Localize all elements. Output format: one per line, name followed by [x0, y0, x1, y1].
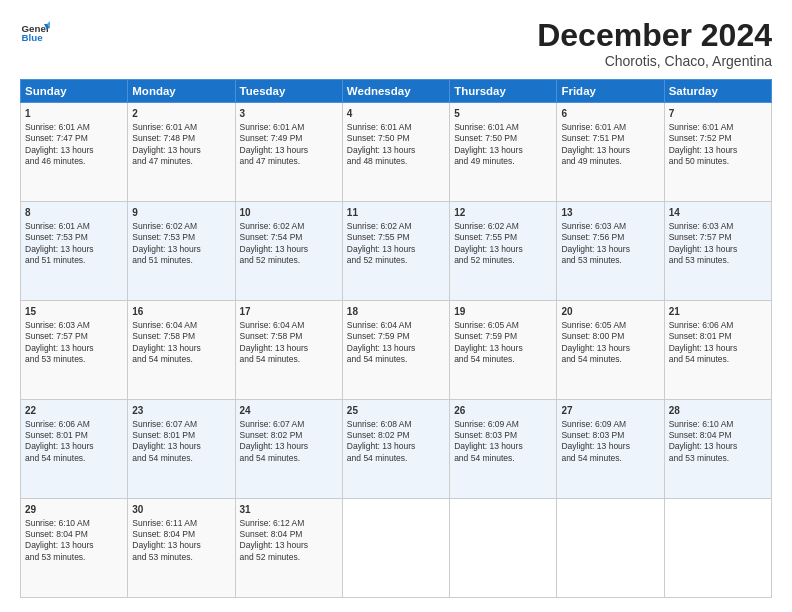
calendar-cell: 12Sunrise: 6:02 AMSunset: 7:55 PMDayligh…: [450, 202, 557, 301]
day-number: 27: [561, 404, 659, 418]
calendar-cell: [450, 499, 557, 598]
day-info-line: Daylight: 13 hours: [454, 441, 552, 452]
day-info-line: Sunrise: 6:01 AM: [25, 122, 123, 133]
day-info-line: Sunrise: 6:03 AM: [25, 320, 123, 331]
day-info-line: Daylight: 13 hours: [561, 145, 659, 156]
day-info-line: Sunset: 8:03 PM: [561, 430, 659, 441]
day-info-line: Daylight: 13 hours: [25, 343, 123, 354]
calendar-week-3: 15Sunrise: 6:03 AMSunset: 7:57 PMDayligh…: [21, 301, 772, 400]
calendar-cell: 16Sunrise: 6:04 AMSunset: 7:58 PMDayligh…: [128, 301, 235, 400]
calendar-cell: 31Sunrise: 6:12 AMSunset: 8:04 PMDayligh…: [235, 499, 342, 598]
weekday-monday: Monday: [128, 80, 235, 103]
day-number: 18: [347, 305, 445, 319]
day-info-line: Daylight: 13 hours: [454, 244, 552, 255]
day-number: 23: [132, 404, 230, 418]
svg-text:Blue: Blue: [22, 32, 44, 43]
calendar-cell: 13Sunrise: 6:03 AMSunset: 7:56 PMDayligh…: [557, 202, 664, 301]
day-info-line: Daylight: 13 hours: [347, 244, 445, 255]
day-number: 11: [347, 206, 445, 220]
day-info-line: Sunrise: 6:06 AM: [669, 320, 767, 331]
day-info-line: and 53 minutes.: [25, 552, 123, 563]
weekday-tuesday: Tuesday: [235, 80, 342, 103]
calendar-week-1: 1Sunrise: 6:01 AMSunset: 7:47 PMDaylight…: [21, 103, 772, 202]
day-info-line: Daylight: 13 hours: [240, 441, 338, 452]
day-info-line: Sunrise: 6:01 AM: [347, 122, 445, 133]
weekday-wednesday: Wednesday: [342, 80, 449, 103]
day-number: 31: [240, 503, 338, 517]
day-info-line: Sunset: 8:01 PM: [669, 331, 767, 342]
calendar-week-2: 8Sunrise: 6:01 AMSunset: 7:53 PMDaylight…: [21, 202, 772, 301]
day-info-line: and 47 minutes.: [132, 156, 230, 167]
day-info-line: Sunrise: 6:01 AM: [25, 221, 123, 232]
day-info-line: Daylight: 13 hours: [132, 441, 230, 452]
calendar-cell: 28Sunrise: 6:10 AMSunset: 8:04 PMDayligh…: [664, 400, 771, 499]
day-info-line: Sunset: 7:59 PM: [454, 331, 552, 342]
day-info-line: and 54 minutes.: [25, 453, 123, 464]
day-info-line: and 51 minutes.: [132, 255, 230, 266]
calendar-cell: 23Sunrise: 6:07 AMSunset: 8:01 PMDayligh…: [128, 400, 235, 499]
day-number: 19: [454, 305, 552, 319]
day-info-line: Sunset: 7:50 PM: [454, 133, 552, 144]
calendar-week-4: 22Sunrise: 6:06 AMSunset: 8:01 PMDayligh…: [21, 400, 772, 499]
day-info-line: Daylight: 13 hours: [132, 244, 230, 255]
day-info-line: Daylight: 13 hours: [561, 343, 659, 354]
calendar-cell: 25Sunrise: 6:08 AMSunset: 8:02 PMDayligh…: [342, 400, 449, 499]
day-info-line: Sunrise: 6:01 AM: [561, 122, 659, 133]
calendar-cell: 27Sunrise: 6:09 AMSunset: 8:03 PMDayligh…: [557, 400, 664, 499]
day-info-line: Sunset: 7:57 PM: [25, 331, 123, 342]
calendar-cell: [342, 499, 449, 598]
calendar-cell: 11Sunrise: 6:02 AMSunset: 7:55 PMDayligh…: [342, 202, 449, 301]
day-number: 26: [454, 404, 552, 418]
day-info-line: Daylight: 13 hours: [240, 145, 338, 156]
day-info-line: Sunset: 7:57 PM: [669, 232, 767, 243]
day-info-line: and 54 minutes.: [132, 354, 230, 365]
day-info-line: Daylight: 13 hours: [454, 343, 552, 354]
day-info-line: and 51 minutes.: [25, 255, 123, 266]
day-info-line: Sunrise: 6:09 AM: [561, 419, 659, 430]
weekday-thursday: Thursday: [450, 80, 557, 103]
day-number: 30: [132, 503, 230, 517]
day-info-line: and 53 minutes.: [25, 354, 123, 365]
day-info-line: and 49 minutes.: [454, 156, 552, 167]
day-number: 2: [132, 107, 230, 121]
day-info-line: Daylight: 13 hours: [669, 441, 767, 452]
day-info-line: and 54 minutes.: [240, 453, 338, 464]
day-info-line: Sunset: 7:53 PM: [25, 232, 123, 243]
day-info-line: Daylight: 13 hours: [132, 145, 230, 156]
day-info-line: Sunset: 8:00 PM: [561, 331, 659, 342]
day-info-line: Sunrise: 6:01 AM: [132, 122, 230, 133]
day-info-line: and 52 minutes.: [454, 255, 552, 266]
calendar-cell: [664, 499, 771, 598]
day-info-line: and 54 minutes.: [669, 354, 767, 365]
day-info-line: Daylight: 13 hours: [347, 343, 445, 354]
day-info-line: and 53 minutes.: [669, 255, 767, 266]
day-number: 22: [25, 404, 123, 418]
day-info-line: Daylight: 13 hours: [669, 343, 767, 354]
day-info-line: Sunrise: 6:02 AM: [347, 221, 445, 232]
day-info-line: Sunrise: 6:08 AM: [347, 419, 445, 430]
day-info-line: and 54 minutes.: [347, 354, 445, 365]
day-info-line: Daylight: 13 hours: [347, 441, 445, 452]
day-number: 15: [25, 305, 123, 319]
day-info-line: Daylight: 13 hours: [132, 343, 230, 354]
day-number: 25: [347, 404, 445, 418]
day-info-line: and 52 minutes.: [347, 255, 445, 266]
day-info-line: and 50 minutes.: [669, 156, 767, 167]
day-info-line: Sunrise: 6:07 AM: [132, 419, 230, 430]
calendar-cell: 1Sunrise: 6:01 AMSunset: 7:47 PMDaylight…: [21, 103, 128, 202]
day-info-line: Sunrise: 6:11 AM: [132, 518, 230, 529]
day-info-line: Sunset: 7:52 PM: [669, 133, 767, 144]
day-info-line: Sunset: 7:56 PM: [561, 232, 659, 243]
day-info-line: Sunset: 8:04 PM: [240, 529, 338, 540]
calendar-cell: 29Sunrise: 6:10 AMSunset: 8:04 PMDayligh…: [21, 499, 128, 598]
day-info-line: Sunrise: 6:06 AM: [25, 419, 123, 430]
day-info-line: Daylight: 13 hours: [240, 343, 338, 354]
day-info-line: Daylight: 13 hours: [454, 145, 552, 156]
day-info-line: and 52 minutes.: [240, 552, 338, 563]
day-info-line: and 47 minutes.: [240, 156, 338, 167]
day-info-line: Sunset: 7:59 PM: [347, 331, 445, 342]
day-info-line: Daylight: 13 hours: [132, 540, 230, 551]
day-info-line: and 53 minutes.: [669, 453, 767, 464]
day-number: 24: [240, 404, 338, 418]
day-info-line: Sunrise: 6:03 AM: [561, 221, 659, 232]
